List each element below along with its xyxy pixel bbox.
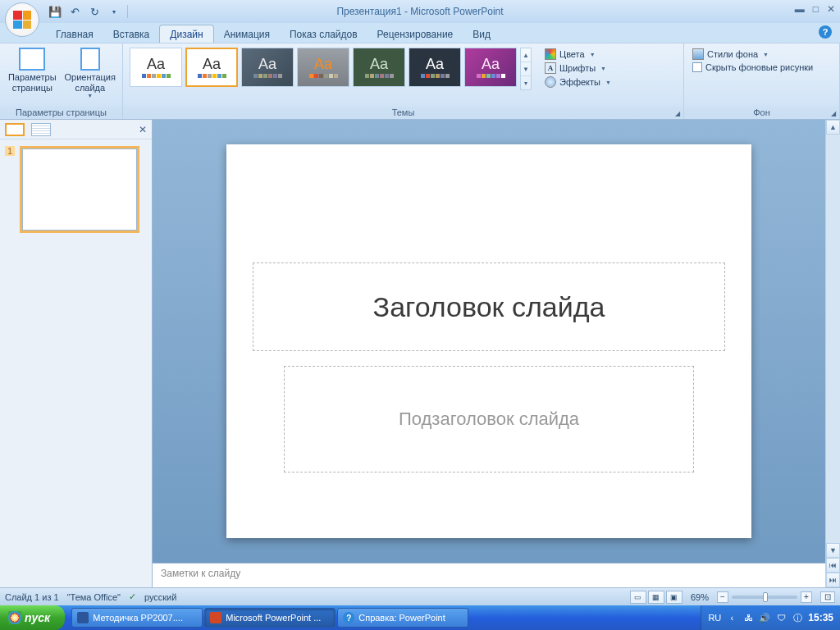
- orientation-label: Ориентация слайда: [65, 72, 116, 93]
- group-label-page-setup: Параметры страницы: [0, 107, 122, 119]
- tab-animation[interactable]: Анимация: [214, 25, 280, 43]
- colors-button[interactable]: Цвета▼: [541, 48, 614, 61]
- theme-thumb-4[interactable]: Aa: [297, 48, 349, 87]
- start-label: пуск: [25, 611, 50, 624]
- theme-thumb-5[interactable]: Aa: [353, 48, 405, 87]
- close-button[interactable]: ✕: [827, 3, 835, 16]
- system-tray: RU ‹ 🖧 🔊 🛡 ⓘ 15:35: [701, 605, 840, 630]
- tray-volume-icon[interactable]: 🔊: [759, 612, 770, 623]
- hide-bg-label: Скрыть фоновые рисунки: [705, 62, 813, 72]
- gallery-up-icon[interactable]: ▲: [521, 48, 531, 62]
- chevron-down-icon: ▼: [87, 93, 93, 99]
- qat-customize-icon[interactable]: ▾: [105, 2, 123, 21]
- page-setup-button[interactable]: Параметры страницы: [5, 46, 60, 93]
- theme-thumb-2[interactable]: Aa: [185, 48, 238, 87]
- chevron-down-icon: ▼: [763, 52, 769, 57]
- zoom-out-button[interactable]: −: [717, 591, 728, 603]
- background-styles-button[interactable]: Стили фона▼: [689, 48, 816, 61]
- hide-bg-graphics-checkbox[interactable]: Скрыть фоновые рисунки: [689, 62, 816, 73]
- slide-thumbnail[interactable]: [20, 146, 139, 233]
- task-word-label: Методичка РР2007....: [93, 613, 183, 623]
- title-bar: 💾 ↶ ↻ ▾ Презентация1 - Microsoft PowerPo…: [0, 0, 840, 23]
- page-setup-label: Параметры страницы: [8, 72, 57, 93]
- windows-logo-icon: [8, 611, 21, 624]
- colors-label: Цвета: [559, 49, 585, 59]
- tab-slideshow[interactable]: Показ слайдов: [280, 25, 368, 43]
- tray-shield-icon[interactable]: 🛡: [775, 612, 787, 623]
- office-button[interactable]: [5, 2, 39, 37]
- effects-icon: [545, 76, 556, 88]
- status-language[interactable]: русский: [144, 592, 176, 602]
- scroll-track[interactable]: [826, 135, 840, 543]
- title-placeholder[interactable]: Заголовок слайда: [253, 262, 725, 351]
- zoom-slider[interactable]: [732, 596, 797, 599]
- theme-thumb-3[interactable]: Aa: [241, 48, 294, 87]
- subtitle-placeholder[interactable]: Подзаголовок слайда: [284, 366, 694, 472]
- vertical-scrollbar[interactable]: ▲ ▼ ⏮ ⏭: [825, 120, 840, 587]
- effects-label: Эффекты: [559, 77, 600, 87]
- outline-tab[interactable]: [31, 123, 51, 136]
- zoom-percent[interactable]: 69%: [691, 592, 709, 602]
- tab-design[interactable]: Дизайн: [159, 25, 213, 43]
- save-icon[interactable]: 💾: [46, 2, 64, 21]
- tab-review[interactable]: Рецензирование: [368, 25, 463, 43]
- slide-thumbnail-row: 1: [5, 146, 147, 233]
- zoom-thumb[interactable]: [763, 592, 768, 602]
- fit-window-button[interactable]: ⊡: [820, 591, 835, 603]
- theme-thumb-1[interactable]: Aa: [130, 48, 182, 87]
- normal-view-button[interactable]: ▭: [630, 591, 646, 604]
- gallery-down-icon[interactable]: ▼: [521, 62, 531, 76]
- status-slide: Слайд 1 из 1: [5, 592, 59, 602]
- orientation-button[interactable]: Ориентация слайда ▼: [63, 46, 118, 99]
- redo-icon[interactable]: ↻: [85, 2, 103, 21]
- undo-icon[interactable]: ↶: [66, 2, 84, 21]
- spellcheck-icon[interactable]: ✓: [129, 591, 136, 602]
- chevron-down-icon: ▼: [590, 52, 596, 57]
- tray-chevron-icon[interactable]: ‹: [726, 612, 737, 623]
- tab-home[interactable]: Главная: [46, 25, 103, 43]
- task-powerpoint[interactable]: Microsoft PowerPoint ...: [204, 608, 336, 628]
- next-slide-icon[interactable]: ⏭: [826, 573, 840, 587]
- status-theme: "Тема Office": [67, 592, 121, 602]
- slides-tab[interactable]: [5, 123, 25, 136]
- prev-slide-icon[interactable]: ⏮: [826, 558, 840, 573]
- tray-language[interactable]: RU: [708, 613, 721, 623]
- tab-insert[interactable]: Вставка: [103, 25, 160, 43]
- notes-pane[interactable]: Заметки к слайду: [153, 563, 825, 587]
- group-label-background: Фон: [684, 107, 839, 119]
- task-powerpoint-label: Microsoft PowerPoint ...: [226, 613, 321, 623]
- dialog-launcher-themes[interactable]: ◢: [673, 109, 682, 117]
- theme-thumb-7[interactable]: Aa: [464, 48, 517, 87]
- panel-close-icon[interactable]: ✕: [139, 124, 147, 135]
- maximize-button[interactable]: □: [813, 3, 819, 16]
- help-icon[interactable]: ?: [819, 25, 832, 39]
- task-help[interactable]: ?Справка: PowerPoint: [337, 608, 468, 628]
- colors-icon: [545, 48, 556, 60]
- slide-canvas[interactable]: Заголовок слайда Подзаголовок слайда: [226, 144, 751, 538]
- theme-thumb-6[interactable]: Aa: [409, 48, 461, 87]
- task-word[interactable]: Методичка РР2007....: [71, 608, 203, 628]
- scroll-down-icon[interactable]: ▼: [826, 543, 840, 558]
- word-icon: [77, 612, 89, 623]
- tray-info-icon[interactable]: ⓘ: [792, 612, 803, 623]
- orientation-icon: [80, 48, 100, 71]
- powerpoint-icon: [210, 612, 221, 623]
- chevron-down-icon: ▼: [600, 66, 606, 71]
- fonts-button[interactable]: AШрифты▼: [541, 62, 614, 75]
- tab-view[interactable]: Вид: [463, 25, 500, 43]
- zoom-in-button[interactable]: +: [801, 591, 812, 603]
- start-button[interactable]: пуск: [0, 605, 65, 630]
- minimize-button[interactable]: ▬: [795, 3, 805, 16]
- slideshow-view-button[interactable]: ▣: [666, 591, 682, 604]
- sorter-view-button[interactable]: ▦: [648, 591, 664, 604]
- fonts-icon: A: [545, 62, 556, 74]
- help-task-icon: ?: [343, 612, 354, 623]
- tray-network-icon[interactable]: 🖧: [742, 612, 754, 623]
- scroll-up-icon[interactable]: ▲: [826, 120, 840, 135]
- effects-button[interactable]: Эффекты▼: [541, 75, 614, 89]
- dialog-launcher-background[interactable]: ◢: [829, 109, 838, 117]
- slides-panel: ✕ 1: [0, 120, 153, 587]
- task-help-label: Справка: PowerPoint: [358, 613, 445, 623]
- gallery-more-icon[interactable]: ▾: [521, 76, 531, 89]
- tray-clock[interactable]: 15:35: [808, 612, 833, 623]
